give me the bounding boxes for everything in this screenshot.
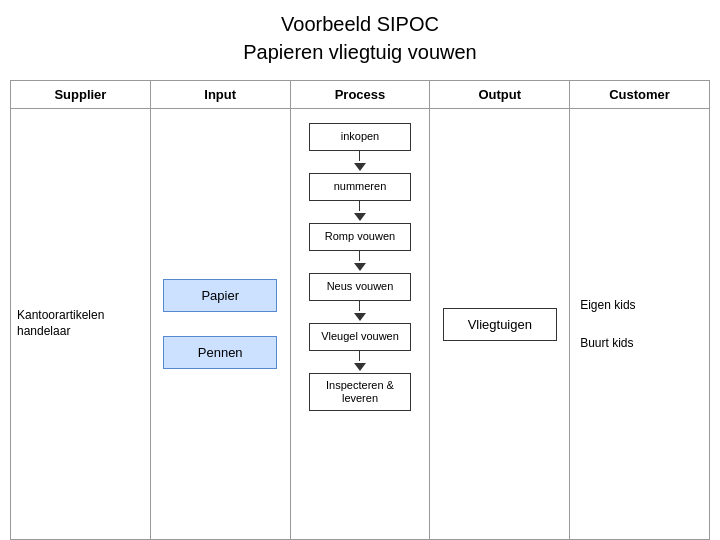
process-body: inkopen nummeren Romp vouwen Neu — [291, 109, 430, 539]
arrowhead-4 — [354, 313, 366, 321]
output-header: Output — [430, 81, 569, 109]
process-items: inkopen nummeren Romp vouwen Neu — [297, 119, 424, 411]
arrowhead-2 — [354, 213, 366, 221]
arrowhead-3 — [354, 263, 366, 271]
supplier-column: Supplier Kantoorartikelenhandelaar — [11, 81, 151, 539]
customer-body: Eigen kids Buurt kids — [570, 109, 709, 539]
arrow-2 — [359, 201, 360, 211]
output-item-vliegtuigen: Vliegtuigen — [443, 308, 557, 341]
supplier-body: Kantoorartikelenhandelaar — [11, 109, 150, 539]
page: Voorbeeld SIPOC Papieren vliegtuig vouwe… — [0, 0, 720, 540]
output-body: Vliegtuigen — [430, 109, 569, 539]
customer-header: Customer — [570, 81, 709, 109]
arrow-4 — [359, 301, 360, 311]
input-column: Input Papier Pennen — [151, 81, 291, 539]
process-column: Process inkopen nummeren Romp vouwen — [291, 81, 431, 539]
arrowhead-1 — [354, 163, 366, 171]
title-line1: Voorbeeld SIPOC — [281, 13, 439, 35]
output-column: Output Vliegtuigen — [430, 81, 570, 539]
process-step-inspecteren: Inspecteren & leveren — [309, 373, 410, 411]
process-step-inkopen: inkopen — [309, 123, 410, 151]
input-header: Input — [151, 81, 290, 109]
title-line2: Papieren vliegtuig vouwen — [243, 41, 477, 63]
process-step-nummeren: nummeren — [309, 173, 410, 201]
process-step-vleugel: Vleugel vouwen — [309, 323, 410, 351]
input-items: Papier Pennen — [157, 119, 284, 529]
supplier-item-1: Kantoorartikelenhandelaar — [17, 308, 104, 339]
input-body: Papier Pennen — [151, 109, 290, 539]
arrow-5 — [359, 351, 360, 361]
customer-item-eigen: Eigen kids — [580, 298, 635, 312]
process-step-romp: Romp vouwen — [309, 223, 410, 251]
customer-items: Eigen kids Buurt kids — [576, 119, 703, 529]
input-item-papier: Papier — [163, 279, 277, 312]
output-items: Vliegtuigen — [436, 119, 563, 529]
arrowhead-5 — [354, 363, 366, 371]
page-title: Voorbeeld SIPOC Papieren vliegtuig vouwe… — [243, 10, 477, 66]
process-step-neus: Neus vouwen — [309, 273, 410, 301]
arrow-3 — [359, 251, 360, 261]
supplier-items: Kantoorartikelenhandelaar — [17, 119, 144, 529]
customer-item-buurt: Buurt kids — [580, 336, 633, 350]
arrow-1 — [359, 151, 360, 161]
sipoc-table: Supplier Kantoorartikelenhandelaar Input… — [10, 80, 710, 540]
input-item-pennen: Pennen — [163, 336, 277, 369]
process-header: Process — [291, 81, 430, 109]
supplier-header: Supplier — [11, 81, 150, 109]
customer-column: Customer Eigen kids Buurt kids — [570, 81, 709, 539]
